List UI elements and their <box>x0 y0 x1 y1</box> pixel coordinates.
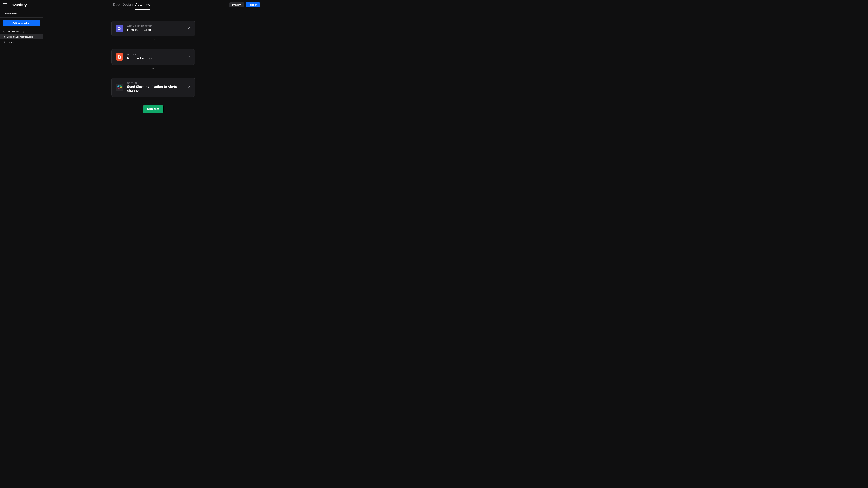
automation-list: Add to inventory Logs Slack Notification… <box>0 29 43 45</box>
svg-line-8 <box>3 36 4 37</box>
step-text: DO THIS: Run backend log <box>127 54 183 60</box>
tab-data[interactable]: Data <box>113 0 120 9</box>
code-file-icon <box>116 53 123 61</box>
svg-point-1 <box>3 31 3 32</box>
preview-button[interactable]: Preview <box>229 2 244 7</box>
chevron-down-icon <box>187 26 190 31</box>
step-title: Row is updated <box>127 28 183 32</box>
automation-item-label: Add to inventory <box>7 30 24 33</box>
publish-button[interactable]: Publish <box>246 2 260 7</box>
share-icon <box>3 41 5 43</box>
step-text: WHEN THIS HAPPENS: Row is updated <box>127 25 183 32</box>
action-card-slack[interactable]: DO THIS: Send Slack notification to Aler… <box>112 78 195 97</box>
slack-icon <box>116 84 123 91</box>
add-automation-button[interactable]: Add automation <box>3 20 40 26</box>
svg-point-6 <box>3 36 3 37</box>
step-text: DO THIS: Send Slack notification to Aler… <box>127 82 183 93</box>
svg-point-0 <box>4 31 5 31</box>
tab-automate[interactable]: Automate <box>135 0 150 9</box>
header-actions: Preview Publish <box>229 2 260 7</box>
menu-icon[interactable] <box>3 3 7 7</box>
automation-item-label: Logs Slack Notification <box>7 35 33 38</box>
step-label: WHEN THIS HAPPENS: <box>127 25 183 28</box>
step-title: Run backend log <box>127 57 183 60</box>
app-header: Inventory Data Design Automate Preview P… <box>0 0 263 10</box>
main-canvas: WHEN THIS HAPPENS: Row is updated <box>43 10 263 148</box>
run-test-button[interactable]: Run test <box>143 105 164 113</box>
tab-design[interactable]: Design <box>122 0 132 9</box>
svg-point-7 <box>4 37 5 38</box>
svg-point-11 <box>3 42 3 42</box>
add-step-button[interactable] <box>152 38 155 41</box>
action-card-backend-log[interactable]: DO THIS: Run backend log <box>112 49 195 65</box>
svg-line-9 <box>3 37 4 37</box>
add-step-button[interactable] <box>152 67 155 70</box>
automation-item-logs-slack[interactable]: Logs Slack Notification <box>0 34 43 39</box>
automation-flow: WHEN THIS HAPPENS: Row is updated <box>112 21 195 113</box>
chevron-down-icon <box>187 55 190 59</box>
svg-point-2 <box>4 32 5 33</box>
sidebar: Automations Add automation Add to invent… <box>0 10 43 148</box>
step-title: Send Slack notification to Alerts channe… <box>127 85 183 93</box>
svg-line-4 <box>3 32 4 32</box>
svg-line-14 <box>3 42 4 43</box>
svg-line-3 <box>3 31 4 31</box>
svg-point-12 <box>4 42 5 43</box>
main-tabs: Data Design Automate <box>113 0 150 9</box>
page-title: Inventory <box>10 3 27 7</box>
svg-line-13 <box>3 41 4 42</box>
automation-item-returns[interactable]: Returns <box>0 39 43 45</box>
chevron-down-icon <box>187 85 190 90</box>
automation-item-label: Returns <box>7 41 15 43</box>
step-label: DO THIS: <box>127 82 183 85</box>
table-plus-icon <box>116 25 123 32</box>
automation-item-add-to-inventory[interactable]: Add to inventory <box>0 29 43 34</box>
trigger-card[interactable]: WHEN THIS HAPPENS: Row is updated <box>112 21 195 36</box>
step-label: DO THIS: <box>127 54 183 56</box>
svg-point-10 <box>4 41 5 41</box>
share-icon <box>3 30 5 33</box>
share-icon <box>3 36 5 38</box>
sidebar-header: Automations <box>0 10 43 18</box>
svg-point-5 <box>4 36 5 36</box>
